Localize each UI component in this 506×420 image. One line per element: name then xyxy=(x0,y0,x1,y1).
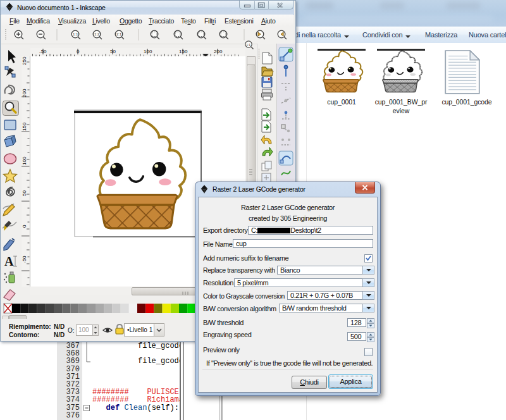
svg-text:200: 200 xyxy=(22,89,27,97)
svg-text:1:1: 1:1 xyxy=(246,43,250,47)
svg-text:150: 150 xyxy=(22,122,27,131)
svg-text:2:1: 2:1 xyxy=(116,32,122,36)
svg-text:200: 200 xyxy=(214,49,223,54)
svg-text:-50: -50 xyxy=(39,49,47,54)
svg-text:1:1: 1:1 xyxy=(73,32,78,36)
svg-text:100: 100 xyxy=(144,49,152,54)
svg-text:0: 0 xyxy=(22,225,27,228)
svg-text:100: 100 xyxy=(22,156,27,165)
svg-text:1:2: 1:2 xyxy=(94,32,100,36)
svg-text:50: 50 xyxy=(110,49,116,54)
svg-text:0: 0 xyxy=(77,49,80,54)
svg-text:-50: -50 xyxy=(22,256,27,263)
svg-text:250: 250 xyxy=(22,56,27,65)
svg-text:A: A xyxy=(4,254,14,268)
svg-text:50: 50 xyxy=(22,190,27,196)
svg-text:150: 150 xyxy=(179,49,188,54)
